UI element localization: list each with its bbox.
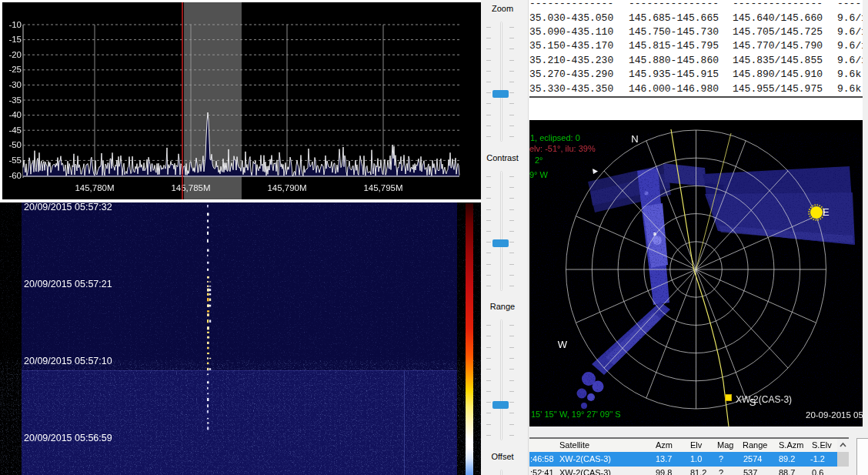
svg-text:20-09-2015 05:5: 20-09-2015 05:5 [806, 410, 863, 420]
svg-text:XW-2(CAS-3): XW-2(CAS-3) [736, 394, 792, 405]
svg-text:9° W: 9° W [529, 170, 549, 179]
svg-text:-45: -45 [8, 125, 22, 135]
svg-text:-10: -10 [8, 20, 22, 29]
svg-text:145,795M: 145,795M [363, 183, 402, 192]
svg-text:-30: -30 [8, 80, 22, 89]
svg-text:-55: -55 [8, 156, 22, 165]
svg-text:-40: -40 [8, 110, 22, 119]
svg-text:2°: 2° [535, 156, 543, 165]
svg-text:E: E [823, 206, 830, 218]
svg-text:N: N [631, 133, 638, 145]
svg-text:-50: -50 [8, 140, 22, 149]
svg-text:-35: -35 [8, 95, 22, 105]
svg-text:elv: -51°, ilu: 39%: elv: -51°, ilu: 39% [529, 144, 596, 153]
svg-text:145,780M: 145,780M [75, 183, 114, 192]
svg-text:15' 15'' W, 19° 27' 09'' S: 15' 15'' W, 19° 27' 09'' S [531, 410, 621, 419]
svg-text:W: W [558, 339, 568, 350]
svg-text:145,790M: 145,790M [267, 183, 306, 192]
svg-text:-20: -20 [8, 50, 22, 59]
svg-text:-25: -25 [8, 65, 22, 74]
svg-text:-60: -60 [8, 171, 22, 180]
svg-text:-15: -15 [8, 35, 22, 44]
svg-text:1, eclipsed: 0: 1, eclipsed: 0 [530, 133, 580, 142]
svg-text:145,785M: 145,785M [171, 183, 210, 192]
